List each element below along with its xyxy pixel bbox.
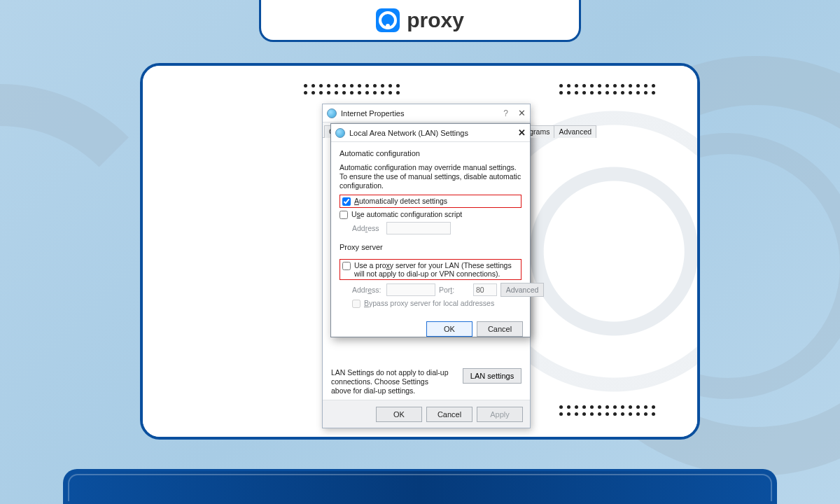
group-heading-proxy: Proxy server	[340, 243, 523, 251]
use-proxy-label: Use a proxy server for your LAN (These s…	[354, 261, 519, 278]
script-address-label: Address	[352, 224, 383, 232]
titlebar: Local Area Network (LAN) Settings ✕	[331, 124, 530, 142]
proxy-address-input[interactable]	[386, 284, 435, 296]
ok-button[interactable]: OK	[426, 321, 472, 337]
ok-button[interactable]: OK	[376, 407, 422, 422]
content-frame: Internet Properties ? ✕ General Security…	[140, 63, 700, 440]
use-proxy-input[interactable]	[342, 262, 351, 270]
globe-icon	[335, 128, 345, 138]
apply-button[interactable]: Apply	[477, 407, 523, 422]
auto-script-input[interactable]	[340, 211, 348, 219]
auto-config-desc: Automatic configuration may override man…	[340, 163, 522, 190]
close-icon[interactable]: ✕	[518, 127, 526, 138]
proxy-port-input[interactable]	[473, 284, 497, 296]
titlebar: Internet Properties ? ✕	[323, 104, 530, 122]
auto-script-checkbox[interactable]: Use automatic configuration script	[340, 210, 522, 219]
bypass-label: Bypass proxy server for local addresses	[364, 299, 494, 307]
bypass-input[interactable]	[352, 300, 360, 308]
auto-detect-checkbox[interactable]: Automatically detect settings	[340, 195, 522, 208]
lan-note: LAN Settings do not apply to dial-up con…	[331, 368, 450, 396]
decor-dots	[304, 84, 400, 88]
decor-dots	[559, 91, 655, 94]
use-proxy-checkbox[interactable]: Use a proxy server for your LAN (These s…	[340, 259, 522, 280]
group-heading-auto: Automatic configuration	[340, 149, 523, 158]
decor-dots	[559, 412, 655, 416]
globe-icon	[327, 108, 337, 118]
dialog-footer: OK Cancel	[331, 316, 530, 344]
cancel-button[interactable]: Cancel	[477, 321, 523, 337]
brand-logo-icon	[376, 8, 400, 32]
decor-dots	[559, 405, 655, 409]
decor-dots	[304, 91, 400, 94]
bottom-banner	[63, 469, 777, 504]
help-icon[interactable]: ?	[503, 108, 508, 118]
script-address-input[interactable]	[386, 222, 451, 234]
lan-settings-window: Local Area Network (LAN) Settings ✕ Auto…	[330, 123, 531, 337]
window-title: Local Area Network (LAN) Settings	[349, 129, 514, 137]
cancel-button[interactable]: Cancel	[426, 407, 472, 422]
close-icon[interactable]: ✕	[518, 108, 526, 118]
bypass-checkbox[interactable]: Bypass proxy server for local addresses	[352, 299, 522, 308]
window-title: Internet Properties	[341, 109, 499, 118]
lan-settings-button[interactable]: LAN settings	[463, 368, 522, 384]
auto-detect-input[interactable]	[342, 197, 351, 206]
tab-advanced[interactable]: Advanced	[554, 125, 596, 138]
auto-script-label: Use automatic configuration script	[351, 210, 462, 218]
proxy-address-label: Address:	[352, 286, 383, 294]
brand-banner: proxy	[259, 0, 581, 42]
proxy-port-label: Port:	[439, 286, 470, 294]
advanced-button[interactable]: Advanced	[500, 283, 544, 297]
brand-name: proxy	[407, 8, 464, 32]
decor-dots	[559, 84, 655, 88]
dialog-footer: OK Cancel Apply	[323, 400, 530, 428]
